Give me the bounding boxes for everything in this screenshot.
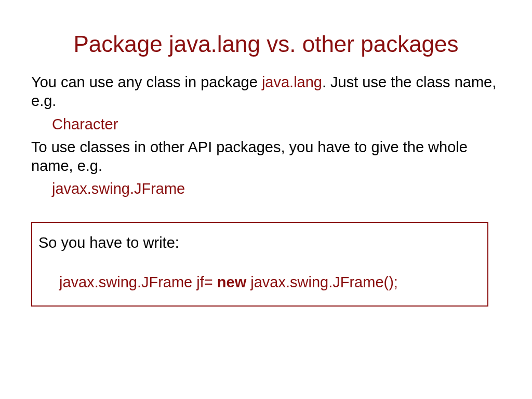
code-box: So you have to write: javax.swing.JFrame… bbox=[31, 222, 488, 307]
code-box-intro: So you have to write: bbox=[38, 233, 481, 252]
code-keyword-new: new bbox=[217, 274, 250, 290]
code-part-a: javax.swing.JFrame jf= bbox=[59, 274, 217, 290]
paragraph-1: You can use any class in package java.la… bbox=[31, 73, 501, 111]
slide-title: Package java.lang vs. other packages bbox=[31, 31, 501, 57]
p1-package-name: java.lang bbox=[262, 74, 322, 90]
example-character: Character bbox=[31, 115, 501, 134]
code-line: javax.swing.JFrame jf= new javax.swing.J… bbox=[38, 274, 481, 291]
p1-text-a: You can use any class in package bbox=[31, 74, 262, 90]
slide: Package java.lang vs. other packages You… bbox=[0, 0, 532, 399]
example-jframe: javax.swing.JFrame bbox=[31, 179, 501, 198]
paragraph-2: To use classes in other API packages, yo… bbox=[31, 138, 501, 176]
code-part-c: javax.swing.JFrame(); bbox=[250, 274, 398, 290]
